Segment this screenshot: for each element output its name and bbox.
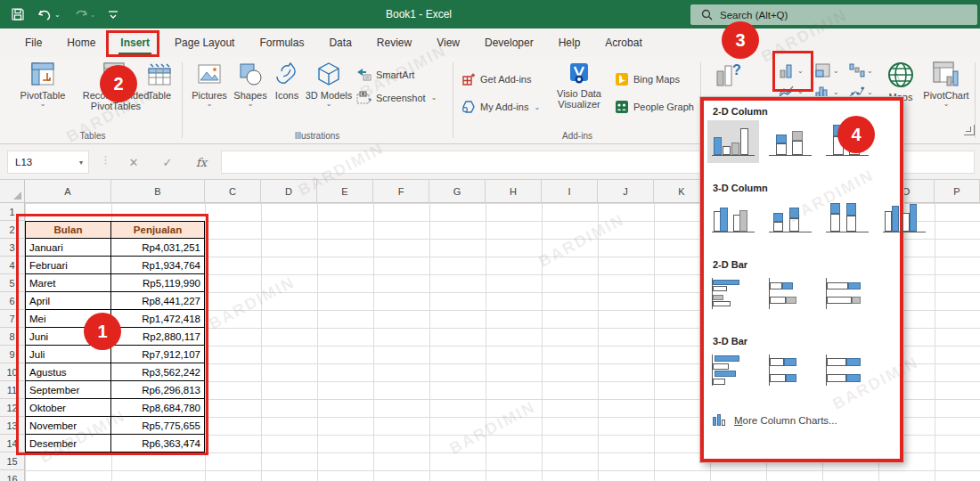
table-cell-month[interactable]: April (25, 292, 111, 310)
column-header-A[interactable]: A (25, 180, 111, 203)
table-cell-value[interactable]: Rp8,684,780 (111, 399, 205, 417)
visio-data-visualizer-button[interactable]: Visio Data Visualizer (551, 61, 608, 110)
formula-bar-grip[interactable]: ⋯ (100, 156, 111, 167)
row-header-2[interactable]: 2 (0, 221, 25, 239)
name-box[interactable]: L13 ▾ (7, 151, 89, 174)
row-header-13[interactable]: 13 (0, 417, 25, 435)
row-header-3[interactable]: 3 (0, 239, 25, 257)
tab-page-layout[interactable]: Page Layout (162, 29, 247, 57)
cancel-icon[interactable]: ✕ (123, 152, 144, 172)
pivotchart-button[interactable]: PivotChart ⌄ (919, 61, 973, 107)
row-header-11[interactable]: 11 (0, 381, 25, 399)
column-header-G[interactable]: G (429, 180, 486, 203)
row-header-8[interactable]: 8 (0, 328, 25, 346)
column-header-P[interactable]: P (935, 180, 980, 203)
tab-formulas[interactable]: Formulas (247, 29, 316, 57)
table-cell-value[interactable]: Rp5,775,655 (111, 417, 205, 435)
row-header-12[interactable]: 12 (0, 399, 25, 417)
customize-quick-access-icon[interactable] (108, 8, 118, 20)
recommended-charts-button[interactable]: ? (708, 61, 747, 89)
tab-review[interactable]: Review (364, 29, 424, 57)
row-header-10[interactable]: 10 (0, 363, 25, 381)
tab-data[interactable]: Data (316, 29, 363, 57)
table-cell-value[interactable]: Rp2,880,117 (111, 328, 205, 346)
tab-insert[interactable]: Insert (108, 29, 162, 57)
table-cell-month[interactable]: Februari (25, 257, 111, 274)
chart-type-stacked-column-icon[interactable] (764, 120, 816, 163)
column-header-D[interactable]: D (261, 180, 317, 203)
insert-function-icon[interactable]: fx (191, 152, 212, 172)
row-header-7[interactable]: 7 (0, 310, 25, 328)
table-cell-month[interactable]: November (25, 417, 111, 435)
pictures-button[interactable]: Pictures ⌄ (189, 61, 230, 107)
chart-type-stacked-bar-icon[interactable] (764, 273, 816, 316)
tab-help[interactable]: Help (546, 29, 593, 57)
tab-acrobat[interactable]: Acrobat (592, 29, 654, 57)
insert-hierarchy-chart-button[interactable]: ⌄ (814, 62, 839, 78)
screenshot-button[interactable]: Screenshot ⌄ (356, 91, 437, 104)
row-header-1[interactable]: 1 (0, 203, 25, 221)
row-header-5[interactable]: 5 (0, 274, 25, 292)
chart-type-clustered-column-icon[interactable] (707, 120, 759, 163)
3d-models-button[interactable]: 3D Models ⌄ (305, 61, 353, 107)
column-header-J[interactable]: J (598, 180, 654, 203)
row-header-4[interactable]: 4 (0, 257, 25, 274)
chart-type-3d-stacked-bar-icon[interactable] (764, 350, 816, 393)
insert-line-chart-button[interactable]: ⌄ (779, 84, 804, 98)
table-cell-month[interactable]: Agustus (25, 363, 111, 381)
row-header-16[interactable]: 16 (0, 470, 25, 481)
enter-icon[interactable]: ✓ (157, 152, 178, 172)
table-cell-month[interactable]: Maret (25, 274, 111, 292)
tab-developer[interactable]: Developer (472, 29, 546, 57)
shapes-button[interactable]: Shapes ⌄ (230, 61, 271, 107)
column-header-E[interactable]: E (317, 180, 373, 203)
insert-column-chart-button[interactable]: ⌄ (779, 62, 804, 78)
column-header-F[interactable]: F (373, 180, 429, 203)
row-header-9[interactable]: 9 (0, 346, 25, 363)
redo-button[interactable]: ⌄ (73, 8, 96, 21)
undo-button[interactable]: ⌄ (37, 8, 61, 21)
table-header-bulan[interactable]: Bulan (25, 221, 111, 239)
table-cell-month[interactable]: Januari (25, 239, 111, 257)
tab-home[interactable]: Home (54, 29, 108, 57)
save-icon[interactable] (11, 7, 25, 21)
row-header-14[interactable]: 14 (0, 435, 25, 452)
tab-file[interactable]: File (12, 29, 54, 57)
column-header-B[interactable]: B (111, 180, 205, 203)
table-button[interactable]: Table (141, 61, 178, 101)
chart-type-3d-100-stacked-column-icon[interactable] (821, 197, 873, 240)
chart-type-clustered-bar-icon[interactable] (707, 273, 759, 316)
table-cell-value[interactable]: Rp6,363,474 (111, 435, 205, 452)
table-cell-month[interactable]: Oktober (25, 399, 111, 417)
get-addins-button[interactable]: Get Add-ins (461, 72, 531, 86)
table-cell-value[interactable]: Rp7,912,107 (111, 346, 205, 363)
table-cell-month[interactable]: September (25, 381, 111, 399)
dialog-launcher-icon[interactable] (964, 125, 975, 135)
column-header-C[interactable]: C (205, 180, 261, 203)
table-header-penjualan[interactable]: Penjualan (111, 221, 205, 239)
table-cell-value[interactable]: Rp5,119,990 (111, 274, 205, 292)
table-cell-value[interactable]: Rp4,031,251 (111, 239, 205, 257)
icons-button[interactable]: Icons (269, 61, 305, 101)
table-cell-value[interactable]: Rp3,562,242 (111, 363, 205, 381)
table-cell-value[interactable]: Rp8,441,227 (111, 292, 205, 310)
chart-type-3d-clustered-bar-icon[interactable] (707, 350, 759, 393)
column-header-H[interactable]: H (486, 180, 542, 203)
pivottable-button[interactable]: PivotTable ⌄ (12, 61, 73, 107)
chart-type-3d-stacked-column-icon[interactable] (764, 197, 816, 240)
my-addins-button[interactable]: My Add-ins ⌄ (461, 100, 540, 114)
tab-view[interactable]: View (424, 29, 472, 57)
more-column-charts-item[interactable]: More Column Charts... (711, 412, 900, 428)
table-cell-month[interactable]: Desember (25, 435, 111, 452)
column-header-I[interactable]: I (542, 180, 598, 203)
insert-waterfall-chart-button[interactable]: ⌄ (848, 62, 873, 78)
chart-type-100-stacked-bar-icon[interactable] (821, 273, 873, 316)
row-header-6[interactable]: 6 (0, 292, 25, 310)
smartart-button[interactable]: SmartArt (356, 68, 414, 81)
chart-type-3d-100-stacked-bar-icon[interactable] (821, 350, 873, 393)
chart-type-3d-clustered-column-icon[interactable] (707, 197, 759, 240)
people-graph-button[interactable]: People Graph (615, 100, 694, 114)
chart-type-3d-column-icon[interactable] (878, 197, 930, 240)
bing-maps-button[interactable]: Bing Maps (615, 72, 680, 86)
row-header-15[interactable]: 15 (0, 452, 25, 470)
